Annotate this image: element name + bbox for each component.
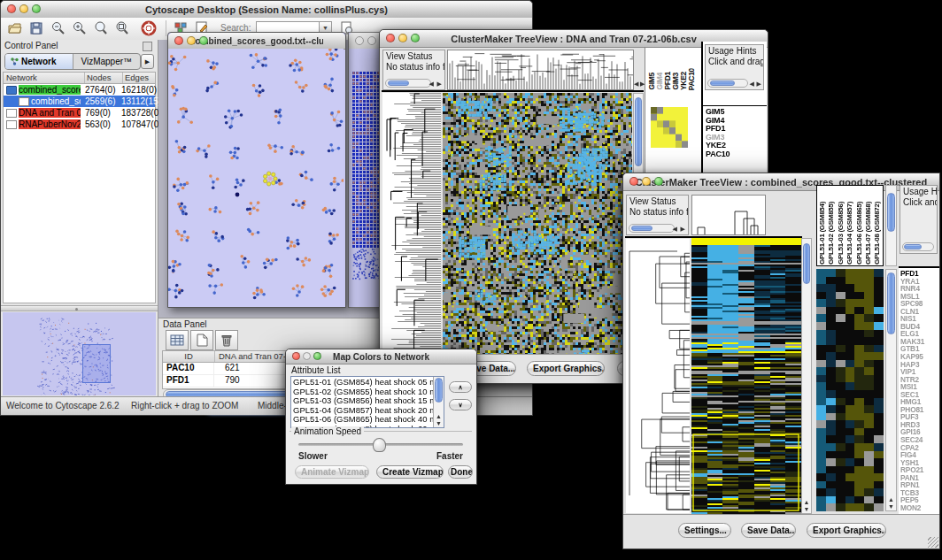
row-label[interactable]: PAC10 [706, 150, 730, 159]
birdseye-viewport-rect[interactable] [82, 344, 111, 383]
treeview2-button-bar: Settings... Save Data... Export Graphics… [623, 514, 939, 548]
zoom-button[interactable] [199, 36, 208, 45]
attribute-select-icon[interactable] [166, 330, 189, 350]
minimize-button[interactable] [367, 36, 376, 45]
help-lifering-icon[interactable] [141, 20, 157, 36]
dialog-title: Map Colors to Network [333, 352, 429, 362]
close-button[interactable] [386, 34, 395, 42]
scroll-right-arrow[interactable]: ▶ [437, 80, 442, 88]
close-button[interactable] [629, 177, 638, 186]
treeview2-column-dendrogram[interactable] [691, 195, 766, 235]
attribute-list-vscroll[interactable]: ▲ ▼ [433, 377, 444, 427]
dialog-titlebar[interactable]: Map Colors to Network [286, 349, 476, 364]
close-button[interactable] [174, 36, 183, 45]
resize-grip[interactable] [928, 537, 938, 548]
treeview1-row-dendrogram[interactable] [382, 93, 441, 380]
edges-count: 13112(15) [121, 96, 161, 106]
edges-count: 16218(0) [121, 85, 157, 95]
treeview2-status-hscroll[interactable] [629, 224, 675, 233]
float-panel-icon[interactable] [143, 42, 152, 51]
column-label: GPL51-08 (GSM872) [873, 202, 882, 265]
zoom-fit-icon[interactable] [114, 20, 130, 36]
zoom-selected-icon[interactable] [93, 20, 109, 36]
zoom-button[interactable] [411, 34, 420, 42]
birdseye-view[interactable] [3, 312, 156, 395]
treeview2-row-labels: PFD1YRA1RNR4MSL1SPC98CLN1NIS1BUD4ELG1MAK… [900, 270, 924, 512]
save-session-icon[interactable] [28, 20, 44, 36]
scroll-left-arrow[interactable]: ◀ [429, 80, 434, 88]
network-view-a-titlebar[interactable]: combined_scores_good.txt--cluste... [168, 33, 345, 50]
row-value: 621 [214, 363, 240, 374]
close-button[interactable] [355, 36, 364, 45]
tab-overflow-arrow[interactable]: ▶ [141, 54, 154, 69]
zoom-out-icon[interactable] [50, 20, 66, 36]
zoom-button[interactable] [32, 4, 41, 13]
speed-slider-thumb[interactable] [373, 438, 386, 452]
zoom-in-icon[interactable] [72, 20, 88, 36]
save-data-button[interactable]: Save Data... [741, 523, 796, 538]
attribute-item[interactable]: GPL51-06 (GSM865) heat shock 40 min [293, 415, 432, 425]
panel-splitter[interactable] [1, 305, 158, 311]
network-view-a-canvas[interactable] [168, 49, 344, 306]
minimize-button[interactable] [642, 177, 651, 186]
open-file-icon[interactable] [7, 20, 23, 36]
treeview1-column-dendrogram[interactable] [447, 50, 634, 90]
new-attribute-icon[interactable] [190, 330, 213, 350]
tab-network[interactable]: Network [5, 54, 73, 69]
minimize-button[interactable] [187, 36, 196, 45]
main-titlebar[interactable]: Cytoscape Desktop (Session Name: collins… [1, 1, 532, 19]
treeview2-row-dendrogram[interactable] [626, 239, 690, 513]
zoom-button[interactable] [313, 352, 321, 360]
treeview1-heatmap[interactable] [443, 93, 632, 380]
usage-hscroll[interactable] [707, 79, 748, 88]
slower-label: Slower [298, 451, 328, 461]
row-label[interactable]: MON2 [900, 504, 924, 512]
delete-attribute-icon[interactable] [215, 330, 238, 350]
close-button[interactable] [7, 4, 16, 13]
network-row[interactable]: DNA and Tran 07769(0)183728(0) [4, 107, 155, 119]
network-row[interactable]: combined_sco2569(6)13112(15) [4, 96, 155, 107]
hscroll-left-arrow[interactable]: ◀ [634, 80, 638, 88]
network-tab-icon [11, 58, 19, 65]
network-row[interactable]: combined_scores2764(0)16218(0) [4, 84, 155, 96]
treeview1-vscroll-thumb[interactable] [635, 97, 642, 166]
treeview2-rowlabel-panel: PFD1YRA1RNR4MSL1SPC98CLN1NIS1BUD4ELG1MAK… [899, 266, 939, 514]
attribute-item[interactable]: GPL51-03 (GSM856) heat shock 15 min [293, 396, 432, 406]
window-controls[interactable] [7, 4, 41, 13]
treeview2-zoom-vscroll[interactable]: ▲ ▼ [885, 269, 897, 511]
tab-vizmapper[interactable]: VizMapper™ [73, 54, 141, 69]
treeview2-global-vscroll[interactable]: ▲ ▼ [801, 238, 812, 514]
network-view-a-title: combined_scores_good.txt--cluste... [190, 36, 323, 46]
export-graphics-button[interactable]: Export Graphics... [807, 523, 886, 538]
network-row[interactable]: RNAPuberNov2+563(0)107847(0) [4, 119, 155, 130]
done-button[interactable]: Done [448, 465, 473, 479]
attribute-listbox[interactable]: GPL51-01 (GSM854) heat shock 05 minGPL51… [290, 376, 444, 428]
treeview2-global-heatmap[interactable] [691, 238, 801, 514]
treeview1-minimap[interactable] [651, 107, 688, 148]
treeview2-usage-hints: Usage Hints Click and drag to [900, 185, 938, 254]
settings-button[interactable]: Settings... [678, 523, 731, 538]
minimize-button[interactable] [19, 4, 28, 13]
network-table-header[interactable]: Network Nodes Edges [4, 73, 155, 84]
usage2-hscroll[interactable] [902, 242, 934, 251]
minimize-button[interactable] [303, 352, 311, 360]
treeview2-zoom-heatmap[interactable] [816, 269, 884, 511]
splitter-handle [75, 308, 78, 311]
treeview1-status-hscroll[interactable] [385, 79, 431, 88]
column-label: GPL51-04 (GSM857) [845, 202, 854, 265]
move-down-button[interactable]: ∨ [449, 399, 472, 410]
attribute-item[interactable]: GPL51-01 (GSM854) heat shock 05 min [293, 378, 432, 387]
main-window-title: Cytoscape Desktop (Session Name: collins… [145, 4, 388, 15]
minimize-button[interactable] [398, 34, 407, 42]
animate-vizmap-button[interactable]: Animate Vizmap [295, 465, 369, 479]
treeview2-collabel-panel: GPL51-01 (GSM854)GPL51-02 (GSM855)GPL51-… [816, 185, 884, 266]
move-up-button[interactable]: ∧ [449, 381, 472, 393]
treeview2-window: ClusterMaker TreeView : combined_scores_… [622, 173, 940, 549]
close-button[interactable] [292, 352, 300, 360]
treeview2-collabel-vscroll[interactable] [885, 185, 897, 266]
export-graphics-button[interactable]: Export Graphics... [527, 361, 605, 376]
birdseye-canvas[interactable] [3, 312, 153, 395]
zoom-button[interactable] [654, 177, 663, 186]
create-vizmap-button[interactable]: Create Vizmap [376, 465, 444, 479]
status-middle-hint: Middle- [258, 401, 287, 410]
